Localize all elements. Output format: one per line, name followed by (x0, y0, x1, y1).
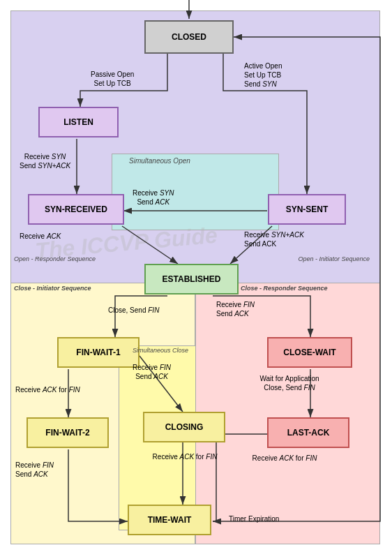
syn-received-state: SYN-RECEIVED (28, 194, 124, 225)
close-wait-state: CLOSE-WAIT (267, 337, 352, 368)
closing-state: CLOSING (143, 412, 225, 442)
closing-label: CLOSING (165, 422, 204, 432)
passive-open-label: Passive OpenSet Up TCB (91, 70, 134, 88)
rcv-synack-send-ack-label: Receive SYN+ACKSend ACK (244, 230, 304, 248)
simultaneous-close-label: Simultaneous Close (133, 347, 188, 355)
time-wait-label: TIME-WAIT (148, 515, 192, 525)
fin-wait-1-state: FIN-WAIT-1 (57, 337, 140, 368)
fin-wait-2-state: FIN-WAIT-2 (27, 417, 109, 448)
rcv-fin-send-ack-sc-label: Receive FINSend ACK (133, 363, 171, 381)
wait-for-app-label: Wait for ApplicationClose, Send FIN (244, 374, 335, 392)
rcv-ack-for-fin-fw1-label: Receive ACK for FIN (15, 385, 80, 394)
close-initiator-label: Close - Initiator Sequence (14, 285, 91, 293)
time-wait-state: TIME-WAIT (128, 505, 211, 535)
close-send-fin-label: Close, Send FIN (108, 306, 159, 315)
open-initiator-label: Open - Initiator Sequence (230, 255, 370, 264)
rcv-ack-label: Receive ACK (20, 232, 61, 241)
timer-expiration-label: Timer Expiration (229, 514, 279, 523)
listen-label: LISTEN (63, 117, 93, 127)
listen-state: LISTEN (38, 107, 119, 137)
last-ack-state: LAST-ACK (267, 417, 349, 448)
closed-state: CLOSED (144, 20, 234, 54)
established-label: ESTABLISHED (163, 274, 221, 284)
open-responder-label: Open - Responder Sequence (14, 255, 96, 264)
established-state: ESTABLISHED (144, 264, 239, 295)
rcv-ack-for-fin-closing-label: Receive ACK for FIN (143, 452, 227, 461)
rcv-ack-for-fin-last-ack-label: Receive ACK for FIN (243, 454, 326, 463)
close-responder-label: Close - Responder Sequence (241, 285, 328, 293)
rcv-fin-send-ack-fw2-label: Receive FINSend ACK (15, 461, 54, 479)
fin-wait-2-label: FIN-WAIT-2 (45, 428, 89, 438)
closed-label: CLOSED (172, 32, 206, 42)
fin-wait-1-label: FIN-WAIT-1 (76, 348, 120, 357)
rcv-syn-send-ack-label: Receive SYNSend ACK (133, 188, 174, 207)
syn-sent-state: SYN-SENT (268, 194, 346, 225)
active-open-label: Active OpenSet Up TCBSend SYN (244, 61, 282, 89)
tcp-state-diagram: The ICCVP Guide (0, 0, 392, 559)
syn-received-label: SYN-RECEIVED (45, 204, 107, 214)
simultaneous-open-label: Simultaneous Open (129, 156, 190, 165)
rcv-syn-send-synack-label: Receive SYNSend SYN+ACK (20, 152, 70, 170)
last-ack-label: LAST-ACK (287, 428, 330, 438)
syn-sent-label: SYN-SENT (286, 204, 329, 214)
close-wait-label: CLOSE-WAIT (283, 348, 336, 357)
rcv-fin-send-ack-est-label: Receive FINSend ACK (216, 300, 255, 318)
